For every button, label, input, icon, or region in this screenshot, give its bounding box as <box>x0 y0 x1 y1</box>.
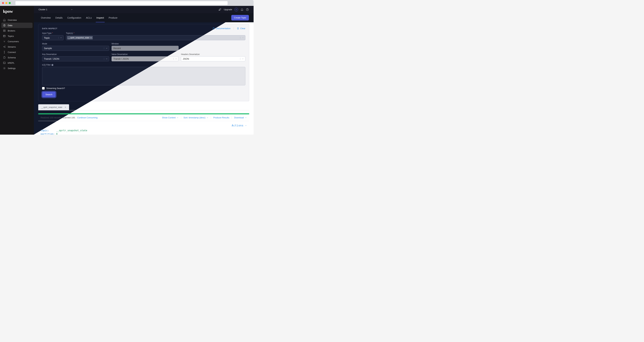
kjq-filter-input[interactable] <box>42 67 245 85</box>
url-bar[interactable] <box>16 1 228 5</box>
chevron-down-icon <box>245 117 247 119</box>
streaming-checkbox[interactable] <box>42 87 44 90</box>
chevron-down-icon <box>240 37 245 39</box>
chevron-down-icon <box>245 124 247 126</box>
cluster-select[interactable]: Cluster 1 <box>38 8 73 11</box>
tab-acls[interactable]: ACLs <box>84 13 94 22</box>
result-status-bar: Realized 100 records, scanned 100. Conti… <box>38 114 249 121</box>
header-deser-select[interactable]: JSON <box>181 56 245 61</box>
input-type-select[interactable]: Topic <box>42 35 64 40</box>
window-minimize-icon[interactable] <box>5 2 8 4</box>
result-tab[interactable]: __oprtr_snapshot_state ✕ <box>38 104 69 110</box>
topic-token: __oprtr_snapshot_state ✕ <box>67 36 93 40</box>
home-icon <box>3 18 6 21</box>
sidebar-item-topics[interactable]: Topics <box>1 33 32 39</box>
app-window: kpow Overview Data Brokers Topics <box>0 0 254 134</box>
svg-rect-2 <box>3 31 5 32</box>
window-titlebar <box>0 0 254 6</box>
chevron-down-icon <box>71 8 73 10</box>
trash-icon <box>237 27 239 30</box>
bell-icon[interactable] <box>240 8 244 11</box>
sidebar-item-label: kREPL <box>8 62 14 64</box>
sidebar-item-krepl[interactable]: kREPL <box>1 60 32 66</box>
search-button[interactable]: Search <box>42 92 56 98</box>
chevron-down-icon <box>104 58 109 60</box>
create-topic-button[interactable]: Create Topic <box>231 15 249 20</box>
upgrade-link[interactable]: Upgrade <box>224 8 232 11</box>
sidebar-item-settings[interactable]: Settings <box>1 66 32 71</box>
download-link[interactable]: Download <box>234 116 247 119</box>
file-search-icon <box>3 24 6 27</box>
help-icon[interactable] <box>246 8 249 11</box>
value-deser-select[interactable]: Transit / JSON <box>112 56 178 61</box>
documentation-link[interactable]: Documentation <box>212 27 230 30</box>
sidebar-item-streams[interactable]: Streams <box>1 44 32 50</box>
window-close-icon[interactable] <box>2 2 4 4</box>
sidebar-item-label: Streams <box>8 46 16 48</box>
cluster-name: Cluster 1 <box>38 8 47 11</box>
sidebar-item-overview[interactable]: Overview <box>1 17 32 23</box>
clear-link[interactable]: Clear <box>237 27 245 30</box>
grid-icon <box>3 35 6 38</box>
tab-overview[interactable]: Overview <box>38 13 53 22</box>
sidebar-item-connect[interactable]: Connect <box>1 50 32 55</box>
show-context-link[interactable]: Show Context <box>162 116 178 119</box>
produce-results-link[interactable]: Produce Results <box>213 116 229 119</box>
record-actions-link[interactable]: Actions <box>232 124 247 127</box>
chevron-down-icon <box>174 47 178 49</box>
svg-point-9 <box>236 9 237 10</box>
server-icon <box>3 29 6 32</box>
topics-input[interactable]: __oprtr_snapshot_state ✕ <box>66 35 245 40</box>
chevron-down-icon <box>176 117 178 119</box>
remove-token-icon[interactable]: ✕ <box>90 37 92 39</box>
chevron-down-icon <box>174 58 178 60</box>
sidebar-item-brokers[interactable]: Brokers <box>1 28 32 33</box>
chevrons-down-icon <box>3 40 6 43</box>
record-preview: topic: __oprtr_snapshot_state partition:… <box>38 128 249 134</box>
window-zoom-icon[interactable] <box>9 2 11 4</box>
svg-point-0 <box>4 25 4 26</box>
sidebar-item-data[interactable]: Data <box>1 23 32 28</box>
rocket-icon <box>218 8 221 11</box>
tab-inspect[interactable]: Inspect <box>94 13 106 22</box>
sidebar-item-label: Brokers <box>8 30 15 32</box>
sidebar-item-label: Overview <box>8 19 17 21</box>
result-tabs: __oprtr_snapshot_state ✕ <box>38 104 249 110</box>
window-label: Window <box>112 42 178 45</box>
gear-icon <box>3 67 6 70</box>
help-icon[interactable]: ? <box>51 64 54 66</box>
close-tab-icon[interactable]: ✕ <box>64 106 66 108</box>
main-content: Cluster 1 Upgrade Overview Details Confi… <box>34 6 254 134</box>
key-deser-label: Key Deserializer <box>42 53 109 56</box>
sort-link[interactable]: Sort: timestamp (desc) <box>184 116 208 119</box>
document-icon <box>3 56 6 59</box>
input-type-label: Input Type <box>42 32 52 34</box>
app-logo: kpow <box>0 6 34 16</box>
panel-title: DATA INSPECT <box>42 28 57 30</box>
sidebar-item-label: Schema <box>8 56 16 59</box>
key-deser-select[interactable]: Transit / JSON <box>42 56 109 61</box>
mode-select[interactable]: Sample <box>42 46 109 51</box>
top-header: Cluster 1 Upgrade <box>34 6 254 13</box>
sidebar: kpow Overview Data Brokers Topics <box>0 6 34 134</box>
tab-produce[interactable]: Produce <box>106 13 120 22</box>
content-tabs: Overview Details Configuration ACLs Insp… <box>34 13 254 22</box>
tab-details[interactable]: Details <box>53 13 65 22</box>
chevron-down-icon <box>104 47 109 49</box>
svg-rect-7 <box>3 62 5 64</box>
continue-consuming-link[interactable]: Continue Consuming <box>77 116 98 119</box>
tab-configuration[interactable]: Configuration <box>65 13 84 22</box>
kjq-label: kJQ Filter <box>42 64 51 66</box>
terminal-icon <box>3 62 6 64</box>
chevron-down-icon <box>240 58 245 60</box>
sidebar-item-consumers[interactable]: Consumers <box>1 39 32 44</box>
chevron-down-icon <box>58 37 64 39</box>
streaming-label: Streaming Search? <box>46 87 65 90</box>
sidebar-item-label: Settings <box>8 67 16 70</box>
sidebar-item-schema[interactable]: Schema <box>1 55 32 60</box>
sidebar-item-label: Topics <box>8 35 14 38</box>
theme-toggle-button[interactable] <box>234 8 238 12</box>
document-icon <box>212 27 215 30</box>
sidebar-item-label: Consumers <box>8 40 19 43</box>
window-select[interactable]: Recent <box>112 46 178 51</box>
